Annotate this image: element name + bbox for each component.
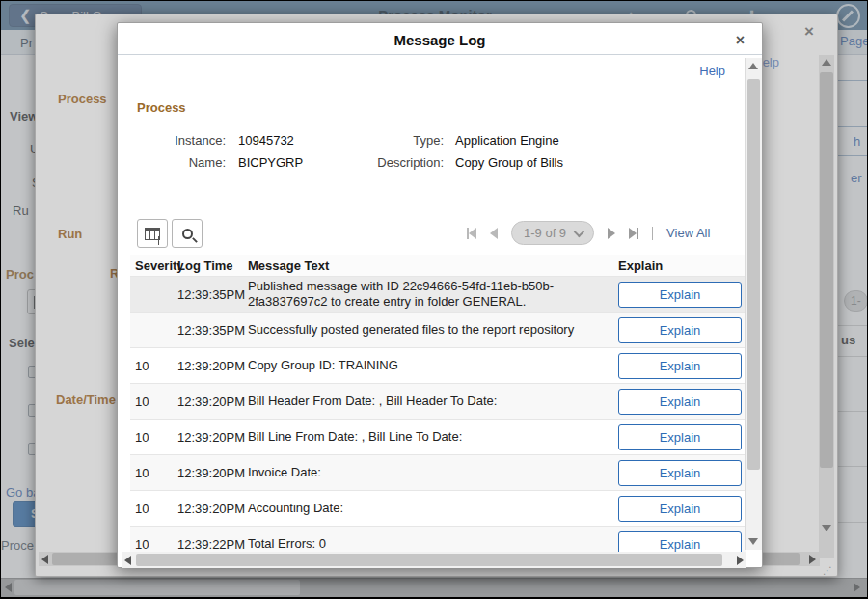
log-time-cell: 12:39:20PM [177,430,248,445]
process-section-heading: Process [137,100,186,115]
pagination-range-label: 1-9 of 9 [524,226,566,240]
log-time-cell: 12:39:20PM [177,359,248,373]
name-label: Name: [137,155,226,170]
message-text-cell: Copy Group ID: TRAINING [248,358,607,373]
grid-action-icon [145,228,160,240]
help-link[interactable]: Help [699,64,725,78]
modal-title: Message Log [118,23,762,55]
table-row: 1012:39:20PMBill Line From Date: , Bill … [130,419,746,454]
next-arrow-icon [629,228,637,239]
explain-button[interactable]: Explain [618,389,742,415]
scroll-right-icon[interactable] [737,556,744,565]
explain-cell: Explain [607,389,746,415]
scroll-down-icon[interactable] [748,538,758,545]
severity-cell: 10 [130,537,177,552]
severity-header: Severity [130,259,177,273]
description-label: Description: [364,155,444,170]
explain-button[interactable]: Explain [618,424,742,450]
severity-cell: 10 [130,430,177,445]
type-value: Application Engine [455,133,559,148]
message-text-cell: Invoice Date: [248,465,607,480]
explain-button[interactable]: Explain [618,460,742,486]
pagination-range-dropdown[interactable]: 1-9 of 9 [511,221,594,245]
table-row: 12:39:35PMSuccessfully posted generated … [130,312,746,347]
message-text-cell: Accounting Date: [248,501,607,516]
first-page-button[interactable] [467,228,476,239]
table-row: 1012:39:20PMAccounting Date:Explain [130,490,746,526]
instance-value: 10945732 [238,133,294,148]
message-text-header: Message Text [248,259,607,273]
message-text-cell: Total Errors: 0 [248,536,607,552]
message-text-cell: Bill Line From Date: , Bill Line To Date… [248,429,607,445]
explain-cell: Explain [607,424,746,450]
last-page-button[interactable] [629,228,638,239]
scroll-up-icon[interactable] [748,63,758,69]
scroll-left-icon[interactable] [41,555,48,564]
explain-cell: Explain [607,282,746,308]
prev-arrow-icon [469,228,476,239]
message-log-table: Severity Log Time Message Text Explain 1… [130,255,746,561]
log-time-cell: 12:39:20PM [177,395,248,409]
log-scrollbar-thumb[interactable] [747,79,760,470]
zoom-search-button[interactable] [172,219,203,248]
type-label: Type: [364,133,444,148]
message-rows: 12:39:35PMPublished message with ID 22c9… [130,276,746,561]
chevron-down-icon [574,226,584,236]
severity-cell: 10 [130,502,177,516]
severity-cell: 10 [130,466,177,480]
description-value: Copy Group of Bills [455,155,563,170]
message-text-cell: Published message with ID 22c94666-54fd-… [248,279,607,311]
search-zoom-icon [182,229,193,239]
explain-header: Explain [607,259,746,273]
explain-button[interactable]: Explain [618,282,742,308]
close-icon[interactable]: × [804,22,814,41]
log-time-cell: 12:39:35PM [177,323,248,338]
message-text-cell: Successfully posted generated files to t… [248,322,607,338]
detail-scrollbar-thumb[interactable] [820,72,833,468]
scroll-up-icon[interactable] [822,59,831,66]
grid-action-menu-button[interactable] [137,219,168,248]
table-row: 1012:39:20PMCopy Group ID: TRAININGExpla… [130,347,746,383]
detail-run-heading: Run [58,227,82,241]
explain-cell: Explain [607,317,746,343]
instance-label: Instance: [137,133,226,148]
explain-cell: Explain [607,460,746,486]
explain-button[interactable]: Explain [618,317,742,343]
severity-cell: 10 [130,359,177,373]
table-header-row: Severity Log Time Message Text Explain [130,255,746,276]
detail-vertical-scrollbar[interactable] [819,55,834,558]
log-scrollbar-thumb[interactable] [136,554,722,566]
name-value: BICPYGRP [238,155,303,170]
next-page-button[interactable] [608,228,615,239]
log-time-cell: 12:39:20PM [177,466,248,480]
table-row: 1012:39:20PMInvoice Date:Explain [130,454,746,490]
scroll-right-icon[interactable] [809,555,816,564]
explain-cell: Explain [607,496,746,522]
message-log-modal: Message Log × Help Process Instance: 109… [117,22,763,568]
explain-button[interactable]: Explain [618,353,742,379]
divider [652,227,653,240]
prev-page-button[interactable] [490,228,498,239]
view-all-link[interactable]: View All [666,226,710,240]
table-row: 12:39:35PMPublished message with ID 22c9… [130,276,746,312]
pagination: 1-9 of 9 View All [467,221,710,245]
resize-grip-icon[interactable]: ⋰ [823,565,833,576]
message-text-cell: Bill Header From Date: , Bill Header To … [248,394,607,409]
log-horizontal-scrollbar[interactable] [122,552,746,568]
table-row: 1012:39:20PMBill Header From Date: , Bil… [130,383,746,419]
explain-button[interactable]: Explain [618,496,742,522]
log-time-cell: 12:39:35PM [177,287,248,302]
detail-process-heading: Process [58,92,107,106]
detail-datetime-heading: Date/Time [56,393,116,407]
log-time-header: Log Time [177,259,248,273]
severity-cell: 10 [130,395,177,409]
explain-cell: Explain [607,353,746,379]
scroll-left-icon[interactable] [124,556,131,565]
close-icon[interactable]: × [736,32,745,49]
log-vertical-scrollbar[interactable] [745,58,762,550]
screen: ❮ Copy Bill Group Process Monitor ⌂ ⋮ Pr… [0,0,868,599]
log-time-cell: 12:39:22PM [177,537,248,552]
last-page-icon [637,228,638,239]
scroll-down-icon[interactable] [822,525,831,531]
log-time-cell: 12:39:20PM [177,502,248,516]
